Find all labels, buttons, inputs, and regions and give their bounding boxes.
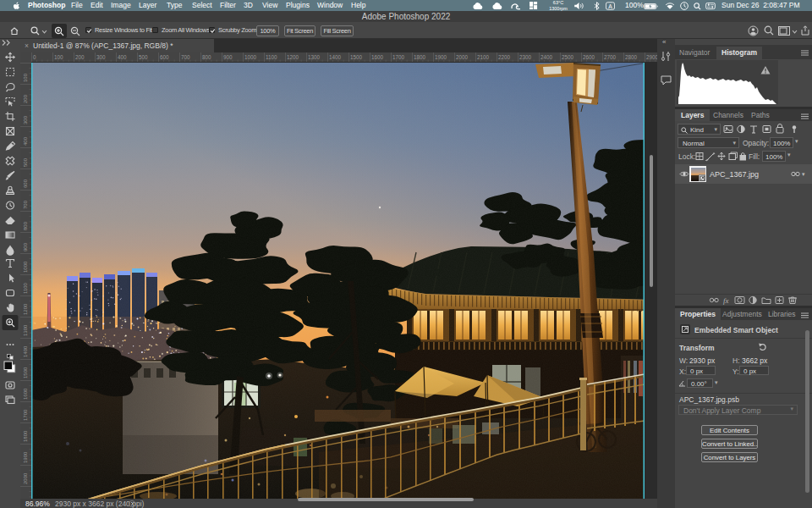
svg-text:2000: 2000 — [456, 54, 469, 60]
svg-text:1800: 1800 — [414, 54, 426, 60]
svg-text:2900: 2900 — [646, 54, 657, 60]
svg-text:400: 400 — [23, 136, 28, 146]
svg-text:1400: 1400 — [329, 54, 342, 60]
svg-text:300: 300 — [23, 115, 28, 124]
svg-text:500: 500 — [139, 54, 148, 60]
svg-text:1700: 1700 — [392, 54, 405, 60]
svg-text:2100: 2100 — [477, 54, 490, 60]
svg-text:300: 300 — [96, 54, 106, 60]
svg-text:1600: 1600 — [371, 54, 384, 60]
svg-text:1000: 1000 — [23, 261, 28, 273]
svg-text:2500: 2500 — [562, 54, 574, 60]
svg-text:1500: 1500 — [350, 54, 363, 60]
svg-text:1300: 1300 — [23, 324, 28, 336]
svg-text:1800: 1800 — [23, 430, 28, 442]
svg-text:600: 600 — [23, 179, 28, 188]
svg-text:2300: 2300 — [519, 54, 532, 60]
svg-text:1100: 1100 — [266, 54, 277, 60]
svg-text:900: 900 — [223, 54, 233, 60]
svg-text:1500: 1500 — [23, 367, 28, 378]
svg-text:100: 100 — [54, 54, 63, 60]
svg-text:700: 700 — [23, 200, 28, 209]
svg-text:100: 100 — [23, 73, 28, 82]
svg-text:2800: 2800 — [625, 54, 638, 60]
svg-text:700: 700 — [181, 54, 190, 60]
svg-text:0: 0 — [33, 54, 36, 60]
svg-text:1700: 1700 — [23, 409, 28, 421]
svg-text:800: 800 — [202, 54, 211, 60]
svg-text:A: A — [608, 3, 612, 9]
svg-text:2600: 2600 — [583, 54, 595, 60]
svg-text:1200: 1200 — [287, 54, 299, 60]
svg-text:2200: 2200 — [498, 54, 511, 60]
svg-text:900: 900 — [23, 242, 28, 251]
svg-text:2400: 2400 — [540, 54, 553, 60]
svg-text:1900: 1900 — [435, 54, 447, 60]
svg-text:600: 600 — [160, 54, 169, 60]
svg-text:1400: 1400 — [23, 345, 28, 357]
svg-text:500: 500 — [23, 157, 28, 167]
svg-text:2700: 2700 — [604, 54, 617, 60]
svg-text:200: 200 — [75, 54, 85, 60]
svg-text:200: 200 — [23, 94, 28, 103]
svg-text:fx: fx — [723, 296, 729, 305]
svg-text:1300: 1300 — [308, 54, 321, 60]
svg-text:1100: 1100 — [23, 282, 28, 294]
svg-text:400: 400 — [118, 54, 127, 60]
svg-text:1200: 1200 — [23, 303, 28, 315]
svg-text:2000: 2000 — [23, 472, 28, 484]
svg-text:1000: 1000 — [244, 54, 257, 60]
svg-text:1600: 1600 — [23, 388, 28, 400]
svg-text:800: 800 — [23, 221, 28, 230]
svg-text:1900: 1900 — [23, 451, 28, 463]
